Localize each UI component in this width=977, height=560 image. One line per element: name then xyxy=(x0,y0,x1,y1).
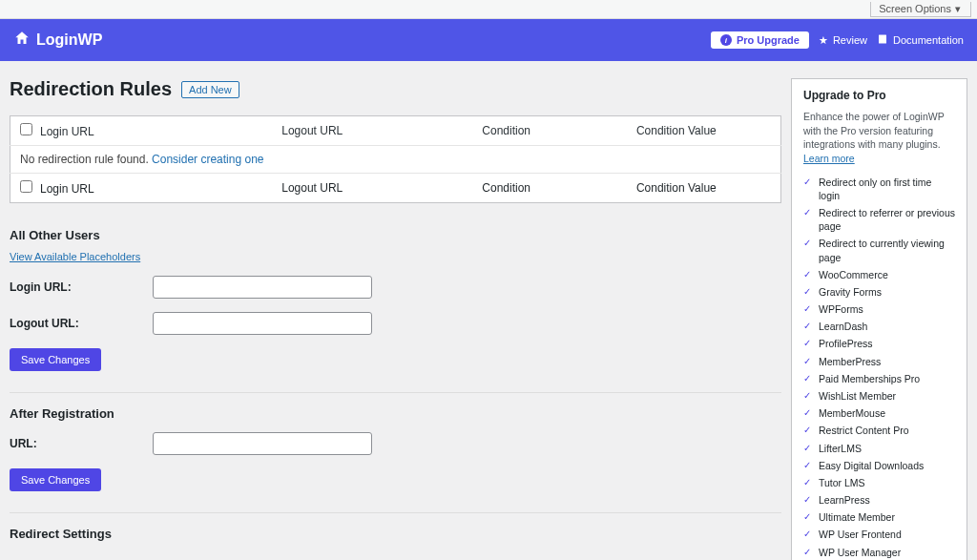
documentation-button[interactable]: Documentation xyxy=(877,33,964,47)
registration-url-label: URL: xyxy=(10,437,153,450)
logout-url-input[interactable] xyxy=(153,312,372,335)
brand-name: LoginWP xyxy=(36,31,102,49)
house-icon xyxy=(13,30,31,51)
after-registration-heading: After Registration xyxy=(10,406,781,421)
empty-state-row: No redirection rule found. Consider crea… xyxy=(10,146,781,174)
feature-item: MemberMouse xyxy=(803,404,955,422)
feature-item: Tutor LMS xyxy=(803,474,955,491)
feature-item: LearnDash xyxy=(803,318,955,335)
all-other-users-heading: All Other Users xyxy=(10,228,781,242)
col-logout-url: Logout URL xyxy=(281,124,343,137)
login-url-input[interactable] xyxy=(153,276,372,299)
upgrade-sidebar: Upgrade to Pro Enhance the power of Logi… xyxy=(791,78,967,560)
divider xyxy=(10,392,781,393)
empty-text: No redirection rule found. xyxy=(20,153,152,166)
feature-item: MemberPress xyxy=(803,353,955,370)
feature-item: WP User Frontend xyxy=(803,526,955,543)
feature-item: Redirect only on first time login xyxy=(803,174,955,204)
create-one-link[interactable]: Consider creating one xyxy=(152,153,263,166)
review-label: Review xyxy=(833,34,867,46)
info-icon: i xyxy=(720,34,732,46)
learn-more-link[interactable]: Learn more xyxy=(803,153,855,164)
brand-area: LoginWP xyxy=(13,30,102,51)
feature-item: LifterLMS xyxy=(803,440,955,457)
select-all-top-checkbox[interactable] xyxy=(20,123,32,135)
page-title: Redirection Rules Add New xyxy=(10,78,781,100)
screen-options-toggle[interactable]: Screen Options ▾ xyxy=(870,2,971,17)
after-registration-section: After Registration URL: Save Changes xyxy=(10,406,781,491)
sidebar-blurb: Enhance the power of LoginWP with the Pr… xyxy=(803,110,955,166)
feature-list: Redirect only on first time loginRedirec… xyxy=(803,174,955,560)
document-icon xyxy=(877,33,888,47)
review-button[interactable]: ★ Review xyxy=(819,34,867,47)
col-condition-foot: Condition xyxy=(482,181,530,195)
col-condition-value-foot: Condition Value xyxy=(636,181,717,195)
registration-url-input[interactable] xyxy=(153,432,372,455)
sidebar-heading: Upgrade to Pro xyxy=(803,89,955,102)
banner-nav: i Pro Upgrade ★ Review Documentation xyxy=(711,31,964,49)
feature-item: Restrict Content Pro xyxy=(803,422,955,439)
feature-item: Paid Memberships Pro xyxy=(803,370,955,387)
star-icon: ★ xyxy=(819,34,828,47)
col-condition: Condition xyxy=(482,124,530,137)
caret-down-icon: ▾ xyxy=(955,3,961,15)
col-login-url-foot: Login URL xyxy=(40,182,94,196)
save-after-registration-button[interactable]: Save Changes xyxy=(10,468,101,491)
feature-item: ProfilePress xyxy=(803,335,955,352)
page-title-text: Redirection Rules xyxy=(10,78,172,100)
rules-table: Login URL Logout URL Condition Condition… xyxy=(10,115,781,203)
redirect-settings-heading: Redirect Settings xyxy=(10,527,781,541)
col-login-url: Login URL xyxy=(40,125,94,138)
main-content: Redirection Rules Add New Login URL Logo… xyxy=(10,78,781,549)
svg-rect-0 xyxy=(879,35,886,44)
sidebar-blurb-text: Enhance the power of LoginWP with the Pr… xyxy=(803,111,945,150)
add-new-button[interactable]: Add New xyxy=(181,81,239,98)
divider-2 xyxy=(10,512,781,513)
wp-topbar: Screen Options ▾ xyxy=(0,0,977,19)
feature-item: LearnPress xyxy=(803,491,955,508)
table-header-row: Login URL Logout URL Condition Condition… xyxy=(10,116,781,146)
feature-item: WP User Manager xyxy=(803,544,955,560)
all-other-users-section: All Other Users View Available Placehold… xyxy=(10,228,781,371)
feature-item: Gravity Forms xyxy=(803,283,955,301)
logout-url-label: Logout URL: xyxy=(10,317,153,330)
select-all-bottom-checkbox[interactable] xyxy=(20,180,32,193)
pro-upgrade-label: Pro Upgrade xyxy=(737,34,800,46)
feature-item: Easy Digital Downloads xyxy=(803,457,955,474)
feature-item: WPForms xyxy=(803,301,955,318)
documentation-label: Documentation xyxy=(893,34,964,46)
redirect-settings-section: Redirect Settings xyxy=(10,527,781,541)
feature-item: Ultimate Member xyxy=(803,508,955,526)
col-logout-url-foot: Logout URL xyxy=(281,181,343,195)
placeholders-link[interactable]: View Available Placeholders xyxy=(10,251,140,262)
screen-options-label: Screen Options xyxy=(879,3,951,14)
feature-item: WooCommerce xyxy=(803,266,955,283)
pro-upgrade-button[interactable]: i Pro Upgrade xyxy=(711,31,809,49)
login-url-label: Login URL: xyxy=(10,280,153,294)
feature-item: Redirect to referrer or previous page xyxy=(803,204,955,235)
col-condition-value: Condition Value xyxy=(636,124,717,137)
plugin-banner: LoginWP i Pro Upgrade ★ Review Documenta… xyxy=(0,19,977,61)
feature-item: Redirect to currently viewing page xyxy=(803,235,955,265)
save-all-other-users-button[interactable]: Save Changes xyxy=(10,348,101,371)
feature-item: WishList Member xyxy=(803,387,955,404)
table-footer-row: Login URL Logout URL Condition Condition… xyxy=(10,174,781,203)
